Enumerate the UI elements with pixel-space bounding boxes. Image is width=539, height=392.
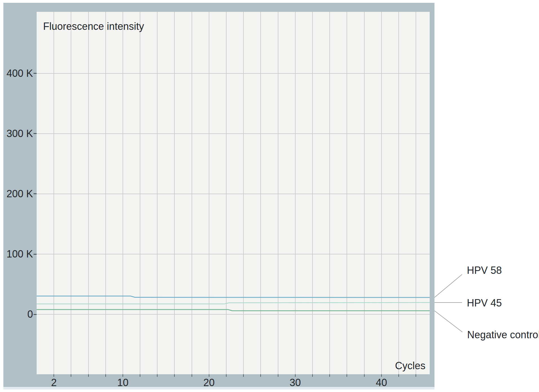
horizontal-gridline: [37, 314, 430, 315]
x-tick-mark: [123, 374, 123, 377]
vertical-gridline: [123, 12, 123, 374]
callout-leader-negative-control: [434, 311, 462, 332]
callout-label-hpv-58: HPV 58: [467, 265, 502, 276]
x-tick-label: 30: [290, 377, 301, 389]
vertical-gridline: [209, 12, 209, 374]
x-tick-label: 2: [51, 377, 57, 389]
x-tick-mark: [416, 374, 416, 377]
x-tick-label: 20: [203, 377, 215, 389]
vertical-gridline: [364, 12, 365, 374]
x-tick-mark: [88, 374, 89, 377]
vertical-gridline: [88, 12, 89, 374]
y-tick-mark: [34, 314, 37, 315]
vertical-gridline: [157, 12, 158, 374]
vertical-gridline: [347, 12, 347, 374]
x-tick-mark: [398, 374, 399, 377]
x-tick-mark: [226, 374, 227, 377]
vertical-gridline: [416, 12, 416, 374]
x-tick-mark: [192, 374, 192, 377]
x-tick-mark: [329, 374, 330, 377]
x-tick-mark: [157, 374, 158, 377]
vertical-gridline: [329, 12, 330, 374]
x-tick-mark: [209, 374, 209, 377]
y-tick-label: 400 K: [6, 68, 33, 79]
callout-label-hpv-45: HPV 45: [467, 297, 502, 309]
horizontal-gridline: [37, 194, 430, 194]
x-tick-mark: [312, 374, 313, 377]
vertical-gridline: [381, 12, 382, 374]
y-tick-label: 300 K: [6, 128, 33, 140]
y-tick-mark: [34, 193, 37, 194]
x-tick-mark: [278, 374, 278, 377]
vertical-gridline: [105, 12, 106, 374]
x-tick-mark: [381, 374, 382, 377]
callout-label-negative-control: Negative control: [467, 329, 539, 341]
horizontal-gridline: [37, 133, 430, 134]
vertical-gridline: [295, 12, 296, 374]
x-tick-mark: [105, 374, 106, 377]
callout-leader-hpv-58: [434, 274, 462, 297]
horizontal-gridline: [37, 254, 430, 254]
y-tick-label: 200 K: [6, 188, 33, 200]
horizontal-gridline: [37, 73, 430, 74]
y-tick-label: 100 K: [6, 248, 33, 260]
x-tick-mark: [347, 374, 347, 377]
x-tick-mark: [174, 374, 175, 377]
x-tick-mark: [71, 374, 71, 377]
vertical-gridline: [192, 12, 192, 374]
vertical-gridline: [54, 12, 54, 374]
plot-area: [37, 12, 430, 374]
vertical-gridline: [278, 12, 278, 374]
x-axis-title: Cycles: [395, 360, 425, 372]
x-tick-mark: [140, 374, 140, 377]
vertical-gridline: [260, 12, 261, 374]
y-tick-mark: [34, 73, 37, 74]
chart-title: Fluorescence intensity: [43, 21, 144, 32]
vertical-gridline: [174, 12, 175, 374]
frame-bottom-highlight: [3, 387, 434, 389]
vertical-gridline: [312, 12, 313, 374]
x-tick-label: 40: [376, 377, 387, 389]
x-tick-mark: [364, 374, 365, 377]
vertical-gridline: [398, 12, 399, 374]
chart-screenshot: 210203040 0100 K200 K300 K400 K Fluoresc…: [0, 0, 539, 392]
x-tick-mark: [295, 374, 296, 377]
y-tick-mark: [34, 133, 37, 134]
vertical-gridline: [243, 12, 244, 374]
vertical-gridline: [226, 12, 227, 374]
vertical-gridline: [71, 12, 71, 374]
x-tick-mark: [243, 374, 244, 377]
x-tick-mark: [54, 374, 54, 377]
x-tick-label: 10: [117, 377, 128, 389]
x-tick-mark: [260, 374, 261, 377]
vertical-gridline: [140, 12, 140, 374]
y-tick-mark: [34, 254, 37, 255]
y-tick-label: 0: [27, 308, 33, 320]
